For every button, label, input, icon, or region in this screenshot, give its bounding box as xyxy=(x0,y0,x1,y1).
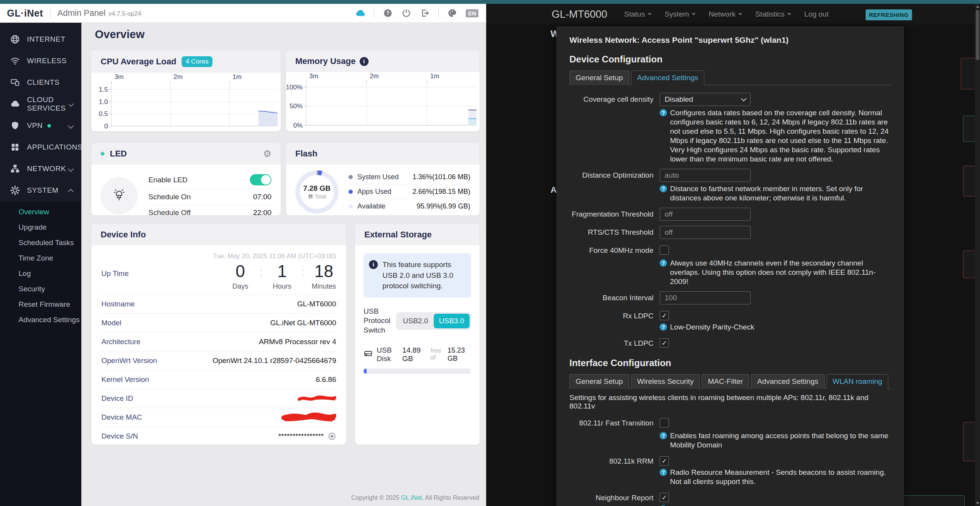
background-fragment-box xyxy=(963,250,975,278)
scrollbar-thumb[interactable] xyxy=(976,10,979,60)
redaction-scribble xyxy=(298,395,336,402)
row-rx-ldpc: Rx LDPC ?Low-Density Parity-Check xyxy=(569,309,891,332)
tab-general-setup[interactable]: General Setup xyxy=(569,374,629,389)
theme-palette-icon[interactable] xyxy=(447,8,457,18)
luci-navbar: GL-MT6000 Status System Network Statisti… xyxy=(486,4,980,25)
usb-disk-icon xyxy=(364,349,373,360)
scroll-down-arrow[interactable] xyxy=(976,502,979,504)
tx-ldpc-checkbox[interactable] xyxy=(660,338,669,348)
tab-advanced-settings[interactable]: Advanced Settings xyxy=(751,374,824,389)
device-row-device-id: Device ID xyxy=(101,389,336,408)
svg-text:2m: 2m xyxy=(173,73,183,81)
device-row-device-mac: Device MAC xyxy=(101,408,336,427)
coverage-cell-density-select[interactable]: Disabled xyxy=(660,93,751,106)
sidebar-item-overview[interactable]: Overview xyxy=(0,204,81,220)
sidebar-item-reset-firmware[interactable]: Reset Firmware xyxy=(0,297,81,312)
tab-mac-filter[interactable]: MAC-Filter xyxy=(702,374,749,389)
led-bulb-icon xyxy=(101,177,138,214)
scroll-up-arrow[interactable] xyxy=(976,5,979,8)
power-icon[interactable] xyxy=(401,8,411,18)
tab-advanced-settings[interactable]: Advanced Settings xyxy=(631,71,704,85)
enable-led-toggle[interactable] xyxy=(250,174,271,185)
glinet-link[interactable]: GL.iNet xyxy=(401,494,422,501)
sidebar-item-system[interactable]: SYSTEM xyxy=(0,180,81,201)
tab-wireless-security[interactable]: Wireless Security xyxy=(631,374,700,389)
help-icon: ? xyxy=(660,185,667,192)
led-row-schedule-off[interactable]: Schedule Off 22:00 xyxy=(148,205,271,215)
device-row-device-sn: Device S/N **************** xyxy=(101,427,336,445)
card-header: Device Info xyxy=(91,224,346,245)
usb-disk-label: USB Disk xyxy=(377,346,402,363)
sidebar-item-wireless[interactable]: WIRELESS xyxy=(0,50,81,72)
usb2-button[interactable]: USB2.0 xyxy=(397,314,433,328)
background-fragment-box xyxy=(963,422,975,461)
sidebar-item-scheduled-tasks[interactable]: Scheduled Tasks xyxy=(0,235,81,250)
interface-configuration-heading: Interface Configuration xyxy=(569,358,891,368)
sidebar-item-log[interactable]: Log xyxy=(0,266,81,281)
legend-dot xyxy=(349,204,353,208)
flash-donut: 7.28 GB 🖪 Total xyxy=(295,170,338,213)
header-divider xyxy=(50,8,51,18)
wifi-icon xyxy=(10,56,20,66)
sidebar-item-internet[interactable]: INTERNET xyxy=(0,29,81,50)
apps-grid-icon xyxy=(10,142,20,152)
device-configuration-heading: Device Configuration xyxy=(569,54,891,65)
nav-network[interactable]: Network xyxy=(709,10,742,18)
usb3-button[interactable]: USB3.0 xyxy=(434,314,470,328)
sidebar-item-time-zone[interactable]: Time Zone xyxy=(0,250,81,266)
flash-row-apps: Apps Used 2.66%(198.15 MB) xyxy=(349,185,470,199)
svg-text:2m: 2m xyxy=(370,72,379,80)
fast-transition-checkbox[interactable] xyxy=(660,418,669,427)
usb-protocol-switch-label: USB Protocol Switch xyxy=(364,307,396,335)
interface-configuration-tabs: General Setup Wireless Security MAC-Filt… xyxy=(569,374,891,389)
fragmentation-threshold-input[interactable] xyxy=(660,208,751,221)
neighbour-report-checkbox[interactable] xyxy=(660,493,669,502)
admin-panel-title: Admin Panel xyxy=(57,8,106,18)
tab-wlan-roaming[interactable]: WLAN roaming xyxy=(827,374,889,389)
led-card: LED ⚙ Enable LED Schedule On 07:00 xyxy=(91,143,281,215)
rts-cts-threshold-input[interactable] xyxy=(660,226,751,239)
admin-content: Overview CPU Average Load 4 Cores 00.51.… xyxy=(81,22,486,506)
sidebar-item-label: WIRELESS xyxy=(27,57,67,65)
background-fragment-box xyxy=(902,495,965,506)
sidebar-item-clients[interactable]: CLIENTS xyxy=(0,72,81,93)
force-40mhz-checkbox[interactable] xyxy=(660,245,669,255)
language-badge[interactable]: EN xyxy=(466,9,478,17)
nav-status[interactable]: Status xyxy=(624,10,652,18)
svg-text:50%: 50% xyxy=(290,103,303,110)
cloud-icon[interactable] xyxy=(355,8,365,18)
help-icon: ? xyxy=(660,109,667,116)
rx-ldpc-checkbox[interactable] xyxy=(660,311,669,320)
help-icon: ? xyxy=(660,323,667,331)
nav-system[interactable]: System xyxy=(665,10,695,18)
row-80211k-rrm: 802.11k RRM ?Radio Resource Measurement … xyxy=(569,455,891,486)
background-fragment-box xyxy=(961,58,975,89)
sidebar-item-label: NETWORK xyxy=(27,165,66,173)
vertical-scrollbar[interactable] xyxy=(975,4,980,506)
info-icon[interactable]: i xyxy=(360,57,369,66)
logout-icon[interactable] xyxy=(420,8,430,18)
help-icon[interactable]: ? xyxy=(383,8,393,18)
memory-chart: 0%50%100%3m2m1m xyxy=(286,72,480,131)
sidebar-item-vpn[interactable]: VPN xyxy=(0,115,81,136)
tab-general-setup[interactable]: General Setup xyxy=(569,71,629,85)
rrm-checkbox[interactable] xyxy=(660,456,669,466)
led-settings-gear-icon[interactable]: ⚙ xyxy=(263,149,271,158)
refreshing-badge[interactable]: REFRESHING xyxy=(865,9,912,20)
device-configuration-tabs: General Setup Advanced Settings xyxy=(569,70,891,85)
sidebar-item-advanced-settings[interactable]: Advanced Settings xyxy=(0,312,81,328)
nav-logout[interactable]: Log out xyxy=(804,10,828,18)
beacon-interval-input[interactable] xyxy=(660,291,751,304)
sidebar-item-cloud-services[interactable]: CLOUD SERVICES xyxy=(0,93,81,115)
distance-optimization-input[interactable] xyxy=(660,169,751,182)
nav-statistics[interactable]: Statistics xyxy=(755,10,791,18)
usb-usage-bar xyxy=(364,368,471,374)
led-row-schedule-on[interactable]: Schedule On 07:00 xyxy=(148,189,271,205)
sidebar-item-applications[interactable]: APPLICATIONS xyxy=(0,136,81,158)
reveal-eye-icon[interactable] xyxy=(328,432,336,440)
usb-notice: i This feature supports USB 2.0 and USB … xyxy=(364,253,471,298)
sidebar-item-upgrade[interactable]: Upgrade xyxy=(0,220,81,235)
sidebar-item-security[interactable]: Security xyxy=(0,281,81,297)
cpu-chart: 00.51.01.53m2m1m xyxy=(91,73,281,131)
sidebar-item-network[interactable]: NETWORK xyxy=(0,158,81,180)
